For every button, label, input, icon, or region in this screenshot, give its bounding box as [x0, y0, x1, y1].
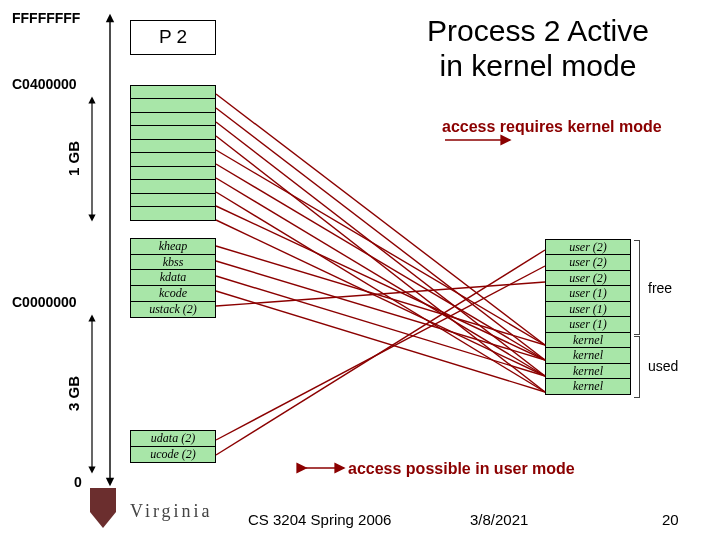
kernel-rows: kheap kbss kdata kcode ustack (2)	[130, 238, 216, 318]
svg-line-7	[216, 122, 545, 376]
svg-line-20	[216, 266, 545, 440]
svg-line-21	[216, 250, 545, 455]
user-rows: udata (2) ucode (2)	[130, 430, 216, 463]
row-udata: udata (2)	[130, 430, 216, 447]
svg-line-12	[216, 192, 545, 392]
row-kbss: kbss	[130, 254, 216, 271]
legend-user-text: access possible in user mode	[348, 460, 575, 478]
frame-cell: user (1)	[545, 285, 631, 302]
frame-cell: user (1)	[545, 301, 631, 318]
svg-line-14	[216, 220, 545, 376]
footer-page: 20	[662, 511, 679, 528]
bracket-used	[634, 336, 640, 398]
title-line1: Process 2 Active	[427, 14, 649, 47]
svg-line-6	[216, 108, 545, 360]
row-kdata: kdata	[130, 269, 216, 286]
addr-mid2: C0000000	[12, 294, 77, 310]
stripe	[130, 206, 216, 221]
svg-line-8	[216, 136, 545, 392]
frame-cell: user (2)	[545, 254, 631, 271]
title-line2: in kernel mode	[440, 49, 637, 82]
svg-line-19	[216, 282, 545, 306]
frame-cell: kernel	[545, 378, 631, 395]
frame-cell: user (1)	[545, 316, 631, 333]
size-lower: 3 GB	[65, 376, 82, 411]
label-used: used	[648, 358, 678, 374]
kernel-stripe-block	[130, 86, 216, 221]
svg-line-18	[216, 291, 545, 392]
row-kcode: kcode	[130, 285, 216, 302]
legend-kernel-text: access requires kernel mode	[442, 118, 662, 136]
svg-line-15	[216, 246, 545, 345]
process-column: P 2	[130, 20, 216, 55]
process-header: P 2	[130, 20, 216, 55]
frame-cell: user (2)	[545, 239, 631, 256]
row-ucode: ucode (2)	[130, 446, 216, 463]
frame-cell: kernel	[545, 332, 631, 349]
footer-date: 3/8/2021	[470, 511, 528, 528]
crest-icon	[90, 488, 116, 528]
svg-line-10	[216, 164, 545, 360]
frame-cell: user (2)	[545, 270, 631, 287]
label-free: free	[648, 280, 672, 296]
row-kheap: kheap	[130, 238, 216, 255]
frame-cell: kernel	[545, 363, 631, 380]
frame-column: user (2) user (2) user (2) user (1) user…	[545, 240, 631, 395]
row-ustack: ustack (2)	[130, 301, 216, 318]
frame-cell: kernel	[545, 347, 631, 364]
svg-line-13	[216, 206, 545, 360]
addr-mid1: C0400000	[12, 76, 77, 92]
svg-line-16	[216, 261, 545, 360]
bracket-free	[634, 240, 640, 335]
svg-line-9	[216, 150, 545, 345]
footer-course: CS 3204 Spring 2006	[248, 511, 391, 528]
svg-line-11	[216, 178, 545, 376]
vt-logo	[90, 486, 134, 530]
logo-text: Virginia	[130, 501, 213, 522]
svg-line-17	[216, 276, 545, 376]
slide-title: Process 2 Active in kernel mode	[368, 14, 708, 83]
addr-top: FFFFFFFF	[12, 10, 80, 26]
addr-bottom: 0	[74, 474, 82, 490]
size-upper: 1 GB	[65, 141, 82, 176]
